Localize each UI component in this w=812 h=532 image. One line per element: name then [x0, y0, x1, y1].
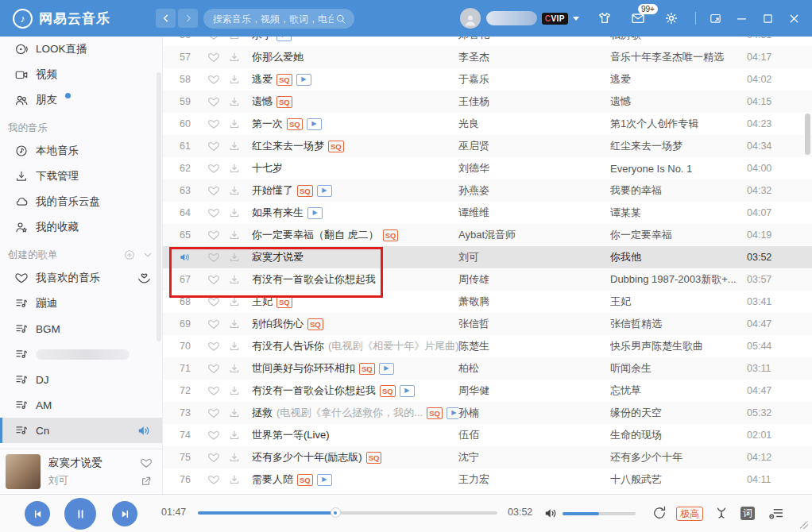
minimize-button[interactable] — [735, 12, 748, 25]
volume-slider[interactable] — [563, 512, 636, 515]
table-row[interactable]: 76需要人陪SQ▶王力宏十八般武艺04:11 — [163, 468, 812, 491]
search-box[interactable] — [203, 9, 354, 29]
username-blurred[interactable] — [486, 11, 537, 25]
sidebar-item-视频[interactable]: 视频 — [0, 62, 162, 87]
download-button[interactable] — [228, 162, 252, 175]
download-button[interactable] — [228, 118, 252, 130]
song-album[interactable]: 你一定要幸福 — [610, 228, 747, 242]
download-button[interactable] — [228, 295, 252, 308]
download-button[interactable] — [228, 95, 252, 108]
table-row[interactable]: 65你一定要幸福（翻自 虎二）SQAybat混音师你一定要幸福04:19 — [163, 224, 812, 246]
like-button[interactable] — [207, 51, 228, 64]
list-scrollbar[interactable] — [805, 114, 810, 155]
song-artist[interactable]: 萧敬腾 — [458, 295, 610, 309]
mv-badge[interactable]: ▶ — [276, 37, 292, 41]
mini-mode-button[interactable] — [709, 12, 722, 25]
download-button[interactable] — [228, 206, 252, 219]
song-artist[interactable]: 伍佰 — [458, 428, 610, 442]
add-playlist-button[interactable] — [123, 249, 136, 261]
download-button[interactable] — [228, 184, 252, 197]
back-button[interactable] — [156, 9, 176, 28]
like-button[interactable] — [207, 118, 228, 130]
sidebar-item-LOOK直播[interactable]: LOOK直播 — [0, 37, 162, 62]
download-button[interactable] — [228, 362, 252, 375]
mv-badge[interactable]: ▶ — [307, 118, 322, 130]
sidebar-item-蹦迪[interactable]: 蹦迪 — [0, 291, 162, 316]
song-artist[interactable]: 刘可 — [458, 250, 610, 264]
vip-badge[interactable]: CVIP — [542, 13, 568, 25]
sidebar-item-我的收藏[interactable]: 我的收藏 — [0, 214, 162, 240]
like-button[interactable] — [140, 457, 153, 469]
download-button[interactable] — [228, 340, 252, 353]
table-row[interactable]: 64如果有来生▶谭维维谭某某04:07 — [163, 202, 812, 224]
resize-handle[interactable] — [800, 521, 808, 529]
avatar[interactable] — [460, 8, 481, 29]
mv-badge[interactable]: ▶ — [447, 407, 458, 419]
download-button[interactable] — [228, 73, 252, 86]
song-album[interactable]: 第1次个人创作专辑 — [610, 117, 747, 131]
download-button[interactable] — [228, 229, 252, 241]
forward-button[interactable] — [178, 9, 198, 28]
table-row[interactable]: 58逃爱SQ▶于嘉乐逃爱04:02 — [163, 68, 812, 91]
like-button[interactable] — [207, 95, 228, 108]
song-artist[interactable]: 陈楚生 — [458, 339, 610, 353]
like-button[interactable] — [207, 184, 228, 197]
download-button[interactable] — [228, 384, 252, 397]
song-artist[interactable]: 孙燕姿 — [458, 183, 610, 198]
maximize-button[interactable] — [761, 12, 775, 25]
sidebar-item-pl3[interactable] — [0, 341, 162, 367]
song-artist[interactable]: 柏松 — [458, 361, 610, 376]
share-button[interactable] — [140, 475, 153, 488]
search-input[interactable] — [211, 13, 335, 25]
sidebar-scrollbar[interactable] — [157, 72, 161, 341]
download-button[interactable] — [228, 451, 252, 464]
song-album[interactable]: Everyone Is No. 1 — [610, 163, 747, 175]
app-logo[interactable]: ♪ 网易云音乐 — [13, 0, 110, 37]
sidebar-item-DJ[interactable]: DJ — [0, 367, 162, 392]
song-artist[interactable]: 刘德华 — [458, 161, 610, 175]
table-row[interactable]: 72有没有一首歌会让你想起我SQ▶周华健忘忧草04:47 — [163, 380, 812, 402]
like-button[interactable] — [207, 162, 228, 175]
song-album[interactable]: Dubbing 1987-2003新歌+... — [610, 272, 747, 287]
mv-badge[interactable]: ▶ — [296, 74, 311, 86]
download-button[interactable] — [228, 51, 252, 64]
song-artist[interactable]: Aybat混音师 — [458, 228, 610, 242]
now-playing-artist[interactable]: 刘可 — [48, 474, 140, 488]
song-album[interactable]: 王妃 — [610, 295, 747, 309]
song-album[interactable]: 快乐男声陈楚生歌曲 — [610, 339, 747, 353]
like-button[interactable] — [207, 295, 228, 308]
table-row[interactable]: 63开始懂了SQ▶孙燕姿我要的幸福04:32 — [163, 179, 812, 202]
like-button[interactable] — [207, 229, 228, 241]
song-album[interactable]: 张信哲精选 — [610, 317, 747, 331]
mv-badge[interactable]: ▶ — [400, 385, 415, 397]
next-button[interactable] — [112, 501, 137, 526]
like-button[interactable] — [207, 273, 228, 286]
song-album[interactable]: 谭某某 — [610, 206, 747, 220]
like-button[interactable] — [207, 318, 228, 330]
table-row[interactable]: 74世界第一等(Live)伍佰生命的现场02:01 — [163, 424, 812, 446]
song-artist[interactable]: 沈宁 — [458, 450, 610, 465]
download-button[interactable] — [228, 251, 252, 264]
play-queue-button[interactable] — [768, 505, 784, 522]
theme-skin-icon[interactable] — [597, 10, 613, 26]
speaker-icon[interactable] — [137, 423, 152, 438]
now-playing-panel[interactable]: 寂寞才说爱 刘可 — [0, 449, 163, 494]
song-album[interactable]: 红尘来去一场梦 — [610, 139, 747, 153]
table-row[interactable]: 73拯救 (电视剧《拿什么拯救你，我的...SQ▶孙楠缘份的天空05:32 — [163, 402, 812, 424]
song-artist[interactable]: 王佳杨 — [458, 94, 610, 109]
sidebar-item-我的音乐云盘[interactable]: 我的音乐云盘 — [0, 189, 162, 214]
song-artist[interactable]: 周华健 — [458, 384, 610, 398]
quality-badge[interactable]: 极高 — [676, 507, 703, 521]
song-artist[interactable]: 郑智化 — [458, 37, 610, 42]
like-button[interactable] — [207, 37, 228, 41]
table-row[interactable]: 75还有多少个十年(励志版)SQ沈宁还有多少个十年04:12 — [163, 446, 812, 468]
sidebar-item-我喜欢的音乐[interactable]: 我喜欢的音乐 — [0, 265, 162, 291]
table-row[interactable]: 67有没有一首歌会让你想起我周传雄Dubbing 1987-2003新歌+...… — [163, 268, 812, 291]
song-album[interactable]: 听闻余生 — [610, 361, 747, 376]
like-button[interactable] — [207, 451, 228, 464]
download-button[interactable] — [228, 273, 252, 286]
mv-badge[interactable]: ▶ — [379, 363, 394, 375]
download-button[interactable] — [228, 429, 252, 441]
sidebar-item-AM[interactable]: AM — [0, 392, 162, 418]
sidebar-item-本地音乐[interactable]: 本地音乐 — [0, 138, 162, 164]
